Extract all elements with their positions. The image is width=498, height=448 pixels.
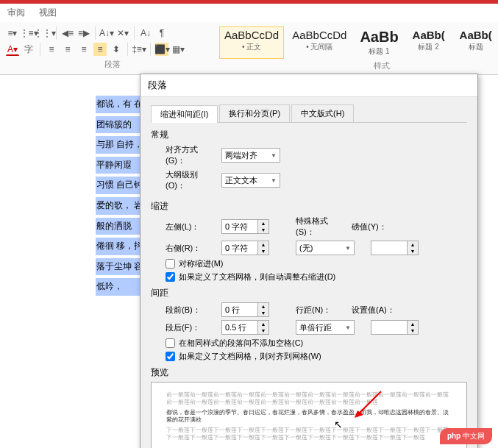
no-space-check[interactable]	[166, 338, 175, 348]
menu-review[interactable]: 审阅	[7, 7, 25, 18]
watermark: php 中文网	[440, 428, 492, 444]
chevron-down-icon: ▼	[271, 152, 277, 159]
tab-asian[interactable]: 中文版式(H)	[291, 104, 354, 122]
after-spin[interactable]: ▲▼	[221, 320, 269, 335]
style-h1[interactable]: AaBb标题 1	[355, 26, 403, 59]
outline-combo[interactable]: 正文文本▼	[221, 173, 280, 188]
style-title[interactable]: AaBb(标题	[454, 26, 498, 59]
borders-icon[interactable]: ▦▾	[171, 43, 185, 56]
styles-gallery: AaBbCcDd• 正文 AaBbCcDd• 无间隔 AaBb标题 1 AaBb…	[219, 26, 498, 59]
indent-inc-icon[interactable]: ≡▶	[77, 26, 90, 40]
group-label-para: 段落	[6, 59, 219, 70]
at-spin[interactable]: ▲▼	[371, 320, 419, 335]
align-label: 对齐方式(G)：	[166, 144, 217, 166]
sort-icon[interactable]: A↓▾	[100, 26, 113, 40]
tab-pagination[interactable]: 换行和分页(P)	[219, 104, 290, 122]
align-combo[interactable]: 两端对齐▼	[221, 148, 280, 163]
preview-box: 前一般莲前一般莲前一般莲前一般莲前一般莲前一般莲前一般莲前一般莲前一般莲前一般莲…	[151, 382, 467, 448]
char-icon[interactable]: 字	[22, 43, 35, 56]
before-label: 段前(B)：	[166, 305, 217, 316]
style-nospace[interactable]: AaBbCcDd• 无间隔	[287, 26, 352, 59]
left-spin[interactable]: ▲▼	[221, 219, 269, 234]
special-combo[interactable]: (无)▼	[296, 241, 355, 255]
dialog-title: 段落	[140, 74, 477, 97]
marks-icon[interactable]: ✕▾	[116, 26, 129, 40]
before-spin[interactable]: ▲▼	[221, 302, 269, 317]
line-label: 行距(N)：	[296, 305, 340, 316]
tab-indent[interactable]: 缩进和间距(I)	[151, 105, 218, 123]
section-general: 常规	[151, 129, 467, 141]
chevron-down-icon: ▼	[345, 324, 351, 331]
right-spin[interactable]: ▲▼	[221, 241, 269, 255]
pilcrow-icon[interactable]: ¶	[155, 26, 168, 40]
section-spacing: 间距	[151, 287, 467, 299]
paragraph-dialog: 段落 缩进和间距(I) 换行和分页(P) 中文版式(H) 常规 对齐方式(G)：…	[140, 74, 478, 448]
multilevel-icon[interactable]: ⋮⋮▾	[38, 26, 51, 40]
align-center-icon[interactable]: ≡	[61, 43, 74, 56]
style-h2[interactable]: AaBb(标题 2	[407, 26, 451, 59]
section-indent: 缩进	[151, 200, 467, 213]
outline-label: 大纲级别(O)：	[166, 169, 217, 191]
after-label: 段后(F)：	[166, 322, 217, 333]
menu-view[interactable]: 视图	[39, 7, 57, 18]
auto-indent-check[interactable]	[166, 272, 175, 282]
mirror-check[interactable]	[166, 259, 175, 269]
sort2-icon[interactable]: A↓	[139, 26, 152, 40]
chevron-down-icon: ▼	[345, 245, 351, 252]
by-label: 磅值(Y)：	[352, 221, 396, 232]
chevron-down-icon: ▼	[271, 177, 277, 184]
special-label: 特殊格式(S)：	[296, 216, 340, 238]
line-combo[interactable]: 单倍行距▼	[296, 320, 355, 335]
line-spacing-icon[interactable]: ‡≡▾	[132, 43, 146, 56]
ribbon: ≡▾ ⋮≡▾ ⋮⋮▾ ◀≡ ≡▶ A↓▾ ✕▾ A↓ ¶ A▾ 字 ≡ ≡ ≡ …	[0, 22, 498, 75]
by-spin[interactable]: ▲▼	[371, 241, 419, 255]
align-right-icon[interactable]: ≡	[77, 43, 90, 56]
style-normal[interactable]: AaBbCcDd• 正文	[219, 26, 284, 59]
distribute-icon[interactable]: ⬍	[110, 43, 123, 56]
shading-icon[interactable]: ⬛▾	[155, 43, 168, 56]
menu-bar: 审阅 视图	[0, 4, 498, 22]
align-left-icon[interactable]: ≡	[45, 43, 58, 56]
cursor-icon: ↖	[334, 419, 343, 430]
at-label: 设置值(A)：	[352, 305, 396, 316]
font-color-icon[interactable]: A▾	[6, 43, 19, 56]
align-justify-icon[interactable]: ≡	[93, 43, 107, 56]
bullets-icon[interactable]: ≡▾	[6, 26, 19, 40]
right-label: 右侧(R)：	[166, 243, 217, 254]
left-label: 左侧(L)：	[166, 221, 217, 232]
indent-dec-icon[interactable]: ◀≡	[61, 26, 74, 40]
section-preview: 预览	[151, 366, 467, 379]
group-label-styles: 样式	[219, 60, 498, 71]
snap-grid-check[interactable]	[166, 352, 175, 361]
